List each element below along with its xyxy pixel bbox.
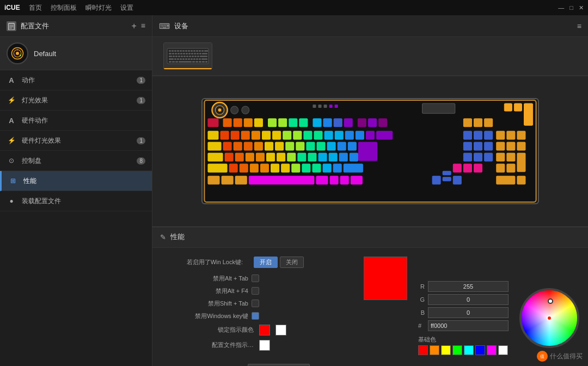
svg-rect-175	[281, 164, 290, 173]
sidebar-item-hw-lighting[interactable]: ⚡ 硬件灯光效果 1	[0, 131, 152, 151]
nav-control-panel[interactable]: 控制面板	[51, 3, 77, 13]
svg-rect-75	[231, 106, 238, 114]
base-color-swatch[interactable]	[464, 345, 474, 355]
app-title: iCUE	[4, 4, 20, 11]
svg-rect-15	[180, 50, 182, 52]
b-input[interactable]	[428, 307, 509, 318]
svg-rect-159	[318, 153, 327, 162]
svg-rect-113	[293, 131, 302, 140]
svg-rect-170	[229, 164, 238, 173]
profile-color-swatch[interactable]	[259, 340, 270, 351]
svg-rect-197	[432, 176, 441, 185]
disable-shift-tab-checkbox[interactable]	[252, 300, 259, 307]
sidebar-menu-button[interactable]: ≡	[141, 21, 145, 31]
svg-rect-18	[188, 50, 190, 52]
sidebar-item-performance[interactable]: ⊞ 性能	[0, 171, 152, 191]
color-wheel[interactable]	[519, 288, 579, 348]
actions-icon: A	[7, 75, 16, 85]
profile-item[interactable]: Default	[0, 37, 152, 70]
svg-rect-133	[265, 142, 273, 151]
disable-alt-tab-checkbox[interactable]	[252, 274, 259, 282]
lock-color-red-swatch[interactable]	[259, 325, 270, 335]
svg-rect-179	[323, 164, 332, 173]
sidebar-item-load-profile[interactable]: ● 装载配置文件	[0, 191, 152, 211]
svg-rect-17	[185, 50, 187, 52]
win-lock-on-button[interactable]: 开启	[254, 257, 278, 268]
base-color-swatch[interactable]	[418, 345, 428, 355]
svg-rect-184	[474, 164, 482, 173]
keyboard-thumbnail[interactable]	[163, 42, 212, 70]
close-button[interactable]: ✕	[579, 4, 584, 11]
g-label: G	[418, 296, 425, 303]
svg-rect-12	[171, 50, 174, 52]
disable-alt-f4-checkbox[interactable]	[252, 287, 259, 295]
base-color-swatch[interactable]	[430, 345, 439, 355]
sidebar-item-control[interactable]: ⊙ 控制盘 8	[0, 151, 152, 171]
r-input[interactable]	[428, 281, 509, 292]
base-color-swatch[interactable]	[498, 345, 508, 355]
svg-rect-100	[368, 118, 377, 127]
svg-rect-53	[180, 58, 182, 60]
svg-rect-118	[345, 131, 354, 140]
disable-windows-key-label: 禁用Windows key键	[161, 312, 248, 320]
disable-windows-key-checkbox[interactable]	[252, 312, 259, 320]
base-color-swatch[interactable]	[475, 345, 485, 355]
svg-rect-124	[484, 131, 493, 140]
g-row: G	[418, 294, 509, 305]
svg-rect-173	[260, 164, 269, 173]
titlebar: iCUE 首页 控制面板 瞬时灯光 设置 — □ ✕	[0, 0, 588, 15]
svg-rect-129	[223, 142, 232, 151]
device-menu-icon[interactable]: ≡	[577, 22, 581, 30]
nav-instant-lighting[interactable]: 瞬时灯光	[85, 3, 112, 13]
svg-rect-69	[202, 61, 205, 63]
profile-logo	[7, 42, 28, 64]
svg-rect-194	[351, 176, 363, 185]
add-profile-button[interactable]: +	[131, 21, 136, 31]
nav-settings[interactable]: 设置	[120, 3, 133, 13]
window-controls: — □ ✕	[558, 4, 584, 11]
actions-badge: 1	[137, 77, 145, 84]
svg-rect-23	[201, 50, 204, 52]
checkbox-disable-windows-key: 禁用Windows key键	[161, 312, 353, 320]
svg-rect-20	[193, 50, 195, 52]
svg-rect-27	[175, 53, 177, 54]
svg-rect-77	[313, 105, 316, 108]
hex-input[interactable]	[428, 320, 509, 331]
lock-color-white-swatch[interactable]	[275, 325, 286, 335]
svg-rect-150	[225, 153, 234, 162]
base-color-swatch[interactable]	[487, 345, 497, 355]
svg-rect-104	[484, 118, 493, 127]
maximize-button[interactable]: □	[569, 4, 573, 11]
panel-title: 性能	[170, 232, 185, 242]
sidebar-item-actions[interactable]: A 动作 1	[0, 70, 152, 90]
keyboard-display-area	[152, 76, 588, 227]
svg-rect-130	[234, 142, 242, 151]
svg-rect-112	[283, 131, 291, 140]
nav-home[interactable]: 首页	[29, 3, 42, 13]
reset-button[interactable]: 重置为默认值	[248, 364, 310, 367]
svg-rect-25	[169, 53, 171, 54]
g-input[interactable]	[428, 294, 509, 305]
sidebar-item-hw-actions[interactable]: A 硬件动作	[0, 111, 152, 131]
svg-rect-109	[252, 131, 260, 140]
svg-rect-189	[235, 176, 247, 185]
base-color-swatch[interactable]	[452, 345, 462, 355]
svg-rect-138	[316, 142, 325, 151]
load-profile-icon: ●	[7, 196, 16, 206]
minimize-button[interactable]: —	[558, 4, 564, 11]
svg-rect-127	[517, 131, 525, 140]
base-color-swatch[interactable]	[441, 345, 451, 355]
win-lock-off-button[interactable]: 关闭	[280, 257, 304, 268]
svg-rect-84	[514, 103, 522, 111]
svg-rect-29	[180, 53, 182, 54]
svg-rect-93	[289, 118, 297, 127]
svg-rect-62	[169, 61, 171, 63]
svg-rect-111	[272, 131, 281, 140]
svg-rect-28	[177, 53, 180, 54]
color-preview-section	[364, 257, 407, 367]
base-colors-label: 基础色	[418, 336, 436, 343]
sidebar-item-lighting[interactable]: ⚡ 灯光效果 1	[0, 90, 152, 111]
svg-rect-31	[186, 53, 188, 54]
keyboard-visual[interactable]	[201, 98, 539, 204]
svg-rect-121	[376, 131, 393, 140]
